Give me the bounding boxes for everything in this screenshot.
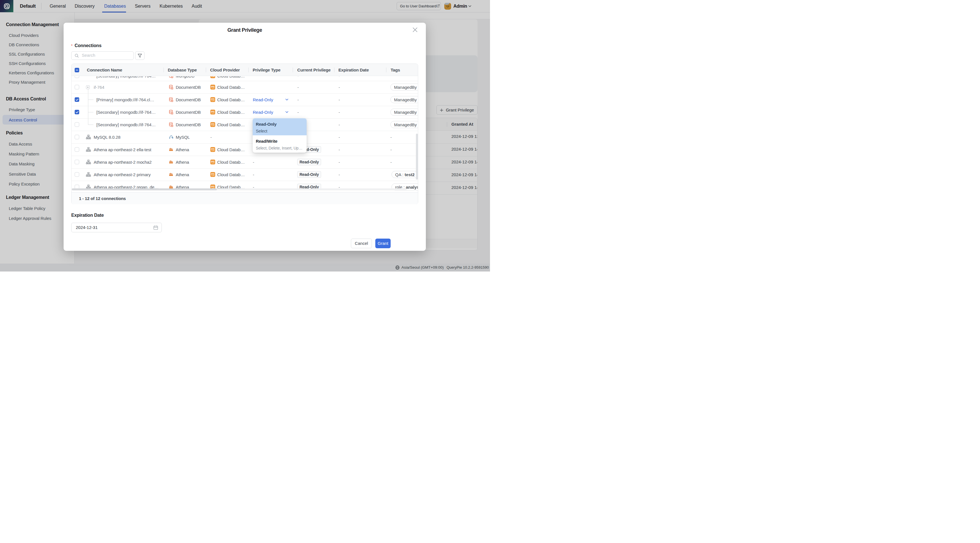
svg-text:aws: aws (211, 173, 215, 175)
svg-text:aws: aws (211, 98, 215, 100)
svg-text:aws: aws (211, 185, 215, 187)
svg-text:aws: aws (211, 160, 215, 162)
svg-text:aws: aws (211, 123, 215, 125)
svg-text:aws: aws (211, 86, 215, 87)
svg-text:aws: aws (211, 148, 215, 150)
svg-text:aws: aws (211, 110, 215, 112)
